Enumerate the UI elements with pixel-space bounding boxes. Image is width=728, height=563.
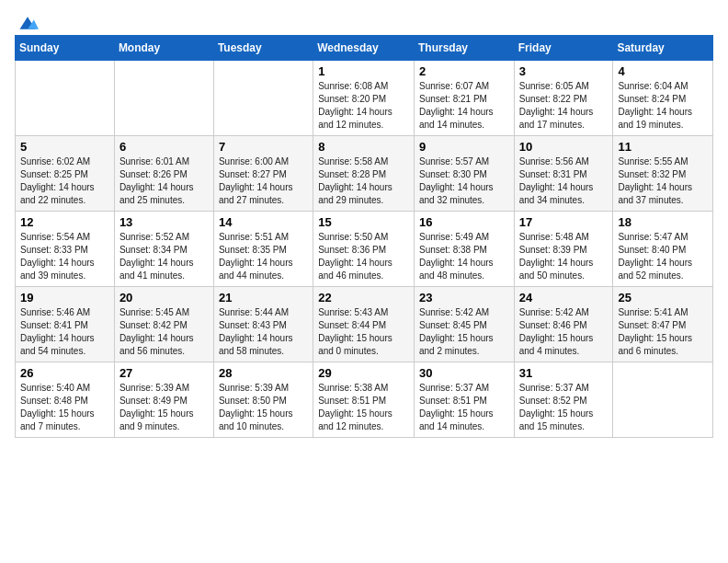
calendar-header-row: SundayMondayTuesdayWednesdayThursdayFrid… — [16, 36, 713, 61]
day-number: 27 — [119, 366, 209, 380]
week-row-5: 26Sunrise: 5:40 AMSunset: 8:48 PMDayligh… — [16, 362, 713, 438]
day-number: 20 — [119, 291, 209, 304]
day-number: 17 — [519, 215, 609, 229]
column-header-tuesday: Tuesday — [213, 36, 313, 61]
day-info: Sunrise: 5:50 AMSunset: 8:36 PMDaylight:… — [318, 231, 409, 282]
day-cell: 11Sunrise: 5:55 AMSunset: 8:32 PMDayligh… — [613, 136, 713, 212]
day-cell: 19Sunrise: 5:46 AMSunset: 8:41 PMDayligh… — [16, 287, 115, 362]
column-header-sunday: Sunday — [16, 36, 115, 61]
day-number: 24 — [519, 291, 609, 304]
day-cell: 8Sunrise: 5:58 AMSunset: 8:28 PMDaylight… — [313, 136, 415, 212]
day-number: 18 — [618, 215, 708, 229]
day-info: Sunrise: 5:47 AMSunset: 8:40 PMDaylight:… — [618, 231, 708, 282]
day-number: 5 — [20, 140, 109, 154]
day-cell: 10Sunrise: 5:56 AMSunset: 8:31 PMDayligh… — [514, 136, 613, 212]
day-cell: 29Sunrise: 5:38 AMSunset: 8:51 PMDayligh… — [313, 362, 415, 438]
day-number: 19 — [20, 291, 109, 304]
week-row-3: 12Sunrise: 5:54 AMSunset: 8:33 PMDayligh… — [16, 212, 713, 287]
day-info: Sunrise: 5:52 AMSunset: 8:34 PMDaylight:… — [119, 231, 209, 282]
day-cell: 18Sunrise: 5:47 AMSunset: 8:40 PMDayligh… — [613, 212, 713, 287]
column-header-wednesday: Wednesday — [313, 36, 415, 61]
column-header-saturday: Saturday — [613, 36, 713, 61]
logo-icon — [17, 15, 39, 31]
day-cell: 14Sunrise: 5:51 AMSunset: 8:35 PMDayligh… — [213, 212, 313, 287]
day-number: 3 — [519, 64, 609, 78]
day-info: Sunrise: 5:39 AMSunset: 8:49 PMDaylight:… — [119, 382, 209, 433]
day-info: Sunrise: 6:05 AMSunset: 8:22 PMDaylight:… — [519, 80, 609, 132]
day-number: 6 — [119, 140, 209, 154]
column-header-monday: Monday — [114, 36, 213, 61]
day-number: 21 — [219, 291, 308, 304]
day-info: Sunrise: 6:01 AMSunset: 8:26 PMDaylight:… — [119, 155, 209, 207]
calendar-table: SundayMondayTuesdayWednesdayThursdayFrid… — [15, 35, 713, 438]
day-info: Sunrise: 5:37 AMSunset: 8:51 PMDaylight:… — [419, 382, 509, 433]
day-number: 11 — [618, 140, 708, 154]
week-row-1: 1Sunrise: 6:08 AMSunset: 8:20 PMDaylight… — [16, 61, 713, 136]
day-number: 2 — [419, 64, 509, 78]
day-info: Sunrise: 5:48 AMSunset: 8:39 PMDaylight:… — [519, 231, 609, 282]
day-cell: 15Sunrise: 5:50 AMSunset: 8:36 PMDayligh… — [313, 212, 415, 287]
day-info: Sunrise: 5:39 AMSunset: 8:50 PMDaylight:… — [219, 382, 308, 433]
day-number: 23 — [419, 291, 509, 304]
day-cell: 6Sunrise: 6:01 AMSunset: 8:26 PMDaylight… — [114, 136, 213, 212]
day-cell: 21Sunrise: 5:44 AMSunset: 8:43 PMDayligh… — [213, 287, 313, 362]
day-number: 15 — [318, 215, 409, 229]
day-number: 26 — [20, 366, 109, 380]
column-header-thursday: Thursday — [414, 36, 514, 61]
day-cell — [613, 362, 713, 438]
day-cell: 27Sunrise: 5:39 AMSunset: 8:49 PMDayligh… — [114, 362, 213, 438]
day-info: Sunrise: 5:55 AMSunset: 8:32 PMDaylight:… — [618, 155, 708, 207]
day-cell: 28Sunrise: 5:39 AMSunset: 8:50 PMDayligh… — [213, 362, 313, 438]
day-info: Sunrise: 5:51 AMSunset: 8:35 PMDaylight:… — [219, 231, 308, 282]
day-number: 28 — [219, 366, 308, 380]
day-cell: 17Sunrise: 5:48 AMSunset: 8:39 PMDayligh… — [514, 212, 613, 287]
day-info: Sunrise: 5:40 AMSunset: 8:48 PMDaylight:… — [20, 382, 109, 433]
day-info: Sunrise: 5:37 AMSunset: 8:52 PMDaylight:… — [519, 382, 609, 433]
day-info: Sunrise: 5:42 AMSunset: 8:46 PMDaylight:… — [519, 306, 609, 358]
day-info: Sunrise: 5:38 AMSunset: 8:51 PMDaylight:… — [318, 382, 409, 433]
day-cell: 1Sunrise: 6:08 AMSunset: 8:20 PMDaylight… — [313, 61, 415, 136]
day-number: 8 — [318, 140, 409, 154]
day-info: Sunrise: 6:00 AMSunset: 8:27 PMDaylight:… — [219, 155, 308, 207]
page-header — [15, 15, 713, 26]
day-cell: 3Sunrise: 6:05 AMSunset: 8:22 PMDaylight… — [514, 61, 613, 136]
week-row-2: 5Sunrise: 6:02 AMSunset: 8:25 PMDaylight… — [16, 136, 713, 212]
day-number: 29 — [318, 366, 409, 380]
day-number: 14 — [219, 215, 308, 229]
day-info: Sunrise: 6:08 AMSunset: 8:20 PMDaylight:… — [318, 80, 409, 132]
day-number: 22 — [318, 291, 409, 304]
day-number: 13 — [119, 215, 209, 229]
day-number: 25 — [618, 291, 708, 304]
day-number: 10 — [519, 140, 609, 154]
day-cell — [213, 61, 313, 136]
day-number: 1 — [318, 64, 409, 78]
day-info: Sunrise: 5:49 AMSunset: 8:38 PMDaylight:… — [419, 231, 509, 282]
day-info: Sunrise: 5:43 AMSunset: 8:44 PMDaylight:… — [318, 306, 409, 358]
day-info: Sunrise: 5:54 AMSunset: 8:33 PMDaylight:… — [20, 231, 109, 282]
day-info: Sunrise: 6:02 AMSunset: 8:25 PMDaylight:… — [20, 155, 109, 207]
day-cell: 23Sunrise: 5:42 AMSunset: 8:45 PMDayligh… — [414, 287, 514, 362]
day-cell: 16Sunrise: 5:49 AMSunset: 8:38 PMDayligh… — [414, 212, 514, 287]
day-cell: 25Sunrise: 5:41 AMSunset: 8:47 PMDayligh… — [613, 287, 713, 362]
day-cell: 26Sunrise: 5:40 AMSunset: 8:48 PMDayligh… — [16, 362, 115, 438]
day-info: Sunrise: 5:46 AMSunset: 8:41 PMDaylight:… — [20, 306, 109, 358]
day-number: 30 — [419, 366, 509, 380]
day-number: 7 — [219, 140, 308, 154]
day-number: 16 — [419, 215, 509, 229]
day-cell: 30Sunrise: 5:37 AMSunset: 8:51 PMDayligh… — [414, 362, 514, 438]
day-cell: 5Sunrise: 6:02 AMSunset: 8:25 PMDaylight… — [16, 136, 115, 212]
logo — [15, 15, 39, 26]
day-cell — [114, 61, 213, 136]
day-info: Sunrise: 5:45 AMSunset: 8:42 PMDaylight:… — [119, 306, 209, 358]
column-header-friday: Friday — [514, 36, 613, 61]
day-cell: 7Sunrise: 6:00 AMSunset: 8:27 PMDaylight… — [213, 136, 313, 212]
day-info: Sunrise: 6:04 AMSunset: 8:24 PMDaylight:… — [618, 80, 708, 132]
day-info: Sunrise: 5:57 AMSunset: 8:30 PMDaylight:… — [419, 155, 509, 207]
day-cell: 2Sunrise: 6:07 AMSunset: 8:21 PMDaylight… — [414, 61, 514, 136]
day-number: 9 — [419, 140, 509, 154]
day-info: Sunrise: 5:42 AMSunset: 8:45 PMDaylight:… — [419, 306, 509, 358]
day-cell: 12Sunrise: 5:54 AMSunset: 8:33 PMDayligh… — [16, 212, 115, 287]
day-cell: 9Sunrise: 5:57 AMSunset: 8:30 PMDaylight… — [414, 136, 514, 212]
day-cell: 4Sunrise: 6:04 AMSunset: 8:24 PMDaylight… — [613, 61, 713, 136]
day-cell: 22Sunrise: 5:43 AMSunset: 8:44 PMDayligh… — [313, 287, 415, 362]
